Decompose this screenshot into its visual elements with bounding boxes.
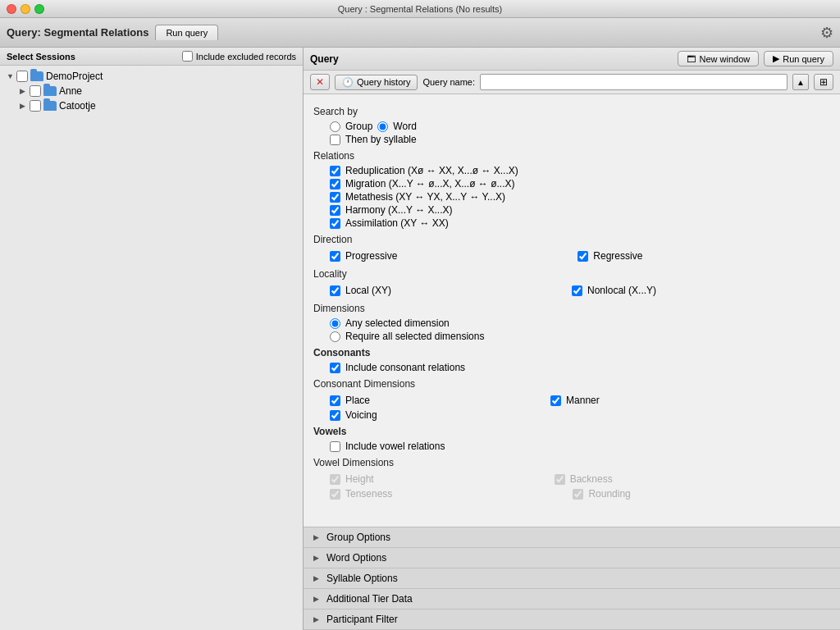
- app-title: Query: Segmental Relations: [7, 26, 148, 39]
- additional-tier-label: Additional Tier Data: [326, 593, 413, 605]
- grid-view-button[interactable]: ⊞: [814, 74, 833, 90]
- close-button[interactable]: [7, 4, 16, 14]
- tree-arrow-anne: ▶: [20, 87, 30, 95]
- then-by-syllable-label: Then by syllable: [345, 134, 417, 145]
- participant-filter-row[interactable]: ▶ Participant Filter: [304, 609, 840, 630]
- dimensions-label: Dimensions: [313, 303, 830, 314]
- participant-filter-label: Participant Filter: [326, 614, 398, 625]
- folder-icon-anne: [43, 86, 57, 96]
- locality-label: Locality: [313, 268, 830, 280]
- consonant-voicing-check[interactable]: [330, 410, 340, 421]
- erase-icon: ✕: [316, 76, 324, 88]
- search-by-word-radio[interactable]: [377, 121, 388, 132]
- then-by-syllable-checkbox[interactable]: [330, 135, 340, 145]
- stepper-up-button[interactable]: ▲: [792, 74, 809, 90]
- dimensions-any-row: Any selected dimension: [330, 317, 830, 329]
- search-by-group-label: Group: [345, 121, 372, 132]
- run-query-button[interactable]: ▶ Run query: [764, 51, 833, 66]
- consonant-place-check[interactable]: [330, 395, 340, 406]
- locality-local-label: Local (XY): [345, 285, 391, 296]
- syllable-options-row[interactable]: ▶ Syllable Options: [304, 568, 840, 589]
- consonant-voicing-row: Voicing: [330, 409, 830, 421]
- query-name-input[interactable]: [480, 74, 788, 90]
- include-consonant-check[interactable]: [330, 363, 340, 373]
- vowel-tenseness-check: [330, 489, 340, 500]
- tree-item-demoproject[interactable]: ▼ DemoProject: [3, 69, 299, 84]
- query-history-label: Query history: [357, 77, 410, 87]
- include-consonant-row: Include consonant relations: [330, 362, 830, 373]
- relation-reduplication-check[interactable]: [330, 166, 340, 176]
- direction-regressive-check[interactable]: [578, 251, 588, 262]
- vowel-rounding-row: Rounding: [573, 488, 630, 500]
- right-panel: Query 🗔 New window ▶ Run query ✕ 🕐 Query…: [304, 48, 840, 630]
- direction-row: Progressive Regressive: [313, 249, 830, 263]
- relation-metathesis-row: Metathesis (XY ↔ YX, X...Y ↔ Y...X): [330, 191, 830, 203]
- tree-check-catootje[interactable]: [30, 100, 41, 112]
- consonant-manner-label: Manner: [566, 395, 600, 406]
- tree-item-anne[interactable]: ▶ Anne: [16, 84, 299, 98]
- run-query-tab[interactable]: Run query: [155, 25, 218, 40]
- new-window-button[interactable]: 🗔 New window: [678, 51, 759, 66]
- vowel-backness-row: Backness: [555, 473, 613, 485]
- direction-progressive-check[interactable]: [330, 251, 340, 262]
- consonant-dim-row1: Place Manner: [313, 393, 830, 408]
- dimensions-require-label: Require all selected dimensions: [345, 331, 484, 342]
- word-options-row[interactable]: ▶ Word Options: [304, 548, 840, 568]
- participant-filter-arrow: ▶: [313, 615, 322, 623]
- direction-regressive-label: Regressive: [593, 250, 642, 262]
- erase-button[interactable]: ✕: [310, 74, 330, 90]
- relation-harmony-check[interactable]: [330, 205, 340, 216]
- locality-nonlocal-check[interactable]: [572, 285, 582, 296]
- vowel-backness-check: [555, 474, 565, 485]
- consonant-manner-row: Manner: [550, 395, 600, 406]
- tree-item-catootje[interactable]: ▶ Catootje: [16, 98, 299, 113]
- consonant-place-row: Place: [330, 395, 370, 406]
- session-tree: ▼ DemoProject ▶ Anne ▶ Catootje: [0, 66, 303, 630]
- folder-icon-demoproject: [30, 71, 43, 81]
- dimensions-any-label: Any selected dimension: [345, 317, 450, 329]
- relation-migration-check[interactable]: [330, 179, 340, 189]
- dimensions-any-radio[interactable]: [330, 318, 340, 329]
- tree-check-anne[interactable]: [30, 85, 41, 97]
- right-panel-header: Query 🗔 New window ▶ Run query: [304, 48, 840, 71]
- history-icon: 🕐: [342, 77, 354, 88]
- locality-local-row: Local (XY): [330, 285, 391, 296]
- vowel-dim-row1: Height Backness: [313, 472, 830, 486]
- bottom-sections: ▶ Group Options ▶ Word Options ▶ Syllabl…: [304, 527, 840, 630]
- include-vowel-check[interactable]: [330, 441, 340, 452]
- include-excluded-checkbox[interactable]: [182, 51, 193, 62]
- vowel-tenseness-label: Tenseness: [345, 488, 392, 500]
- search-by-label: Search by: [313, 106, 830, 117]
- consonant-dim-label: Consonant Dimensions: [313, 378, 830, 390]
- locality-local-check[interactable]: [330, 285, 340, 296]
- new-window-icon: 🗔: [687, 54, 696, 64]
- query-history-button[interactable]: 🕐 Query history: [335, 75, 418, 90]
- query-name-label: Query name:: [422, 77, 475, 87]
- vowel-tenseness-row: Tenseness: [330, 488, 392, 500]
- consonant-voicing-label: Voicing: [345, 409, 377, 421]
- app-toolbar: Query: Segmental Relations Run query ⚙: [0, 18, 840, 48]
- relation-harmony-label: Harmony (X...Y ↔ X...X): [345, 204, 452, 216]
- relation-assimilation-check[interactable]: [330, 218, 340, 229]
- maximize-button[interactable]: [34, 4, 44, 14]
- additional-tier-row[interactable]: ▶ Additional Tier Data: [304, 589, 840, 609]
- locality-nonlocal-row: Nonlocal (X...Y): [572, 285, 656, 296]
- new-window-label: New window: [699, 54, 750, 64]
- group-options-label: Group Options: [326, 532, 390, 543]
- title-bar: Query : Segmental Relations (No results): [0, 0, 840, 18]
- tree-check-demoproject[interactable]: [16, 71, 28, 82]
- vowel-height-row: Height: [330, 473, 374, 485]
- vowel-dim-row2: Tenseness Rounding: [313, 486, 830, 501]
- include-consonant-label: Include consonant relations: [345, 362, 465, 373]
- relation-assimilation-row: Assimilation (XY ↔ XX): [330, 217, 830, 229]
- minimize-button[interactable]: [21, 4, 30, 14]
- gear-icon[interactable]: ⚙: [820, 24, 833, 42]
- vowels-label: Vowels: [313, 426, 830, 437]
- dimensions-require-radio[interactable]: [330, 331, 340, 342]
- group-options-row[interactable]: ▶ Group Options: [304, 527, 840, 548]
- consonant-manner-check[interactable]: [550, 395, 561, 406]
- tree-label-demoproject: DemoProject: [46, 71, 103, 82]
- search-by-group-radio[interactable]: [330, 121, 340, 132]
- direction-regressive-row: Regressive: [578, 250, 642, 262]
- relation-metathesis-check[interactable]: [330, 192, 340, 203]
